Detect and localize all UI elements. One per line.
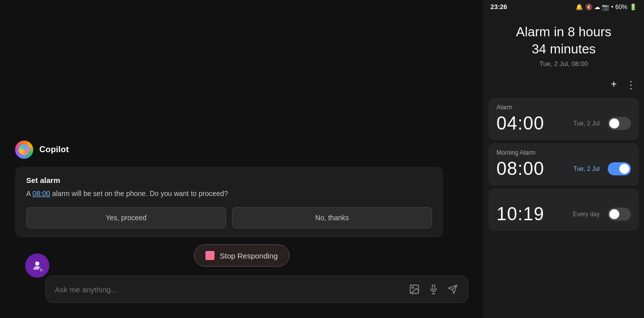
action-buttons: Yes, proceed No, thanks — [26, 207, 432, 228]
alarm-time: 08:00 — [496, 158, 544, 179]
svg-point-4 — [412, 287, 413, 288]
alarm-header: Alarm in 8 hours 34 minutes Tue, 2 Jul, … — [483, 14, 644, 76]
chat-input[interactable] — [55, 285, 403, 294]
alarm-time-highlight: 08:00 — [32, 189, 50, 198]
image-attach-icon[interactable] — [408, 283, 420, 295]
alarm-big-title: Alarm in 8 hours 34 minutes — [493, 24, 634, 58]
svg-text:↻: ↻ — [40, 268, 43, 272]
copilot-name: Copilot — [39, 145, 69, 155]
alarm-date: Tue, 2 Jul — [574, 165, 600, 172]
battery-icon: 🔋 — [629, 4, 637, 11]
send-icon[interactable] — [447, 283, 459, 295]
set-alarm-title: Set alarm — [26, 176, 432, 184]
microphone-icon[interactable] — [427, 283, 440, 295]
stop-responding-button[interactable]: Stop Responding — [194, 244, 289, 267]
alarm-panel: 23:26 🔔 🔇 ☁ 📷 • 60% 🔋 Alarm in 8 hours 3… — [483, 0, 644, 318]
alarm-label: Morning Alarm — [496, 149, 631, 156]
status-icons: 🔔 🔇 ☁ 📷 • — [576, 4, 613, 11]
svg-rect-5 — [433, 285, 435, 290]
alarm-right: Tue, 2 Jul — [574, 162, 631, 175]
no-thanks-button[interactable]: No, thanks — [232, 207, 432, 228]
alarm-list: Alarm 04:00 Tue, 2 Jul Morning Alarm 08:… — [483, 95, 644, 318]
alarm-toggle[interactable] — [608, 117, 631, 130]
alarm-right: Tue, 2 Jul — [574, 117, 631, 130]
alarm-header-actions: + ⋮ — [483, 76, 644, 95]
alarm-label — [496, 195, 631, 202]
alarm-label: Alarm — [496, 104, 631, 111]
alarm-toggle[interactable] — [608, 208, 631, 221]
alarm-date: Tue, 2 Jul — [574, 120, 600, 127]
set-alarm-description: A 08:00 alarm will be set on the phone. … — [26, 188, 432, 199]
chat-input-area — [45, 276, 468, 303]
copilot-header: Copilot — [15, 141, 468, 159]
status-right: 🔔 🔇 ☁ 📷 • 60% 🔋 — [576, 4, 637, 11]
message-card: Set alarm A 08:00 alarm will be set on t… — [15, 167, 443, 237]
alarm-row: 10:19 Every day — [496, 204, 631, 225]
status-bar: 23:26 🔔 🔇 ☁ 📷 • 60% 🔋 — [483, 0, 644, 14]
more-options-icon[interactable]: ⋮ — [626, 79, 636, 91]
alarm-item: Alarm 04:00 Tue, 2 Jul — [488, 98, 639, 140]
status-time: 23:26 — [490, 3, 507, 11]
yes-proceed-button[interactable]: Yes, proceed — [26, 207, 226, 228]
stop-responding-wrapper: Stop Responding — [15, 244, 468, 267]
copilot-logo-icon — [15, 141, 33, 159]
alarm-item: Morning Alarm 08:00 Tue, 2 Jul — [488, 143, 639, 185]
user-avatar: ↻ — [25, 253, 49, 278]
alarm-row: 04:00 Tue, 2 Jul — [496, 113, 631, 134]
alarm-item: 10:19 Every day — [488, 188, 639, 231]
stop-responding-label: Stop Responding — [220, 251, 277, 260]
alarm-right: Every day — [573, 208, 631, 221]
stop-icon — [205, 251, 214, 260]
copilot-main: Copilot Set alarm A 08:00 alarm will be … — [0, 0, 483, 318]
alarm-time: 04:00 — [496, 113, 544, 134]
alarm-big-date: Tue, 2 Jul, 08:00 — [493, 60, 634, 68]
copilot-panel: Copilot Set alarm A 08:00 alarm will be … — [0, 0, 483, 318]
battery-level: 60% — [615, 4, 627, 11]
alarm-row: 08:00 Tue, 2 Jul — [496, 158, 631, 179]
add-alarm-icon[interactable]: + — [611, 79, 617, 91]
svg-point-0 — [35, 262, 39, 266]
alarm-toggle[interactable] — [608, 162, 631, 175]
alarm-date: Every day — [573, 211, 600, 218]
input-icons — [408, 283, 459, 295]
alarm-time: 10:19 — [496, 204, 544, 225]
